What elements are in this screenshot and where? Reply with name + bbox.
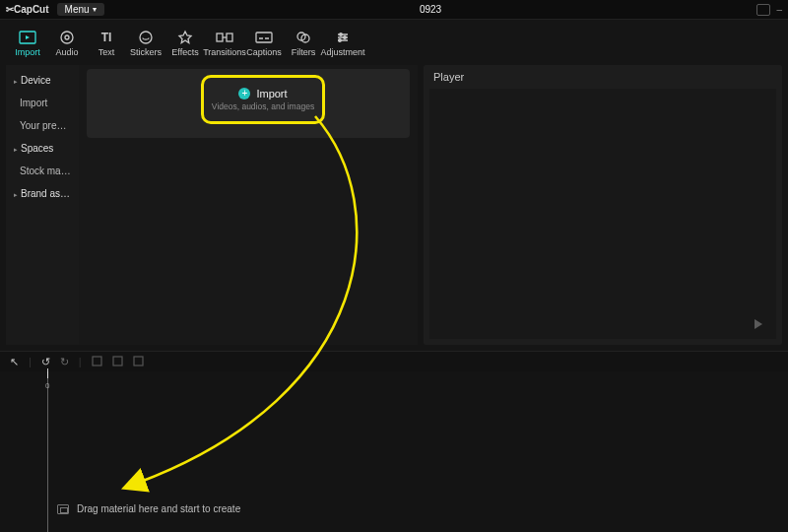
timeline-body[interactable]: 0 Drag material here and start to create: [0, 371, 788, 532]
sidebar-item-stock[interactable]: Stock mat…: [6, 160, 79, 182]
project-title: 0923: [420, 4, 441, 15]
sidebar-item-device[interactable]: Device: [6, 69, 79, 92]
svg-point-10: [344, 36, 347, 39]
sidebar-item-import[interactable]: Import: [6, 92, 79, 114]
sidebar-item-presets[interactable]: Your presets: [6, 114, 79, 137]
tab-stickers[interactable]: Stickers: [126, 24, 165, 63]
window-layout-button[interactable]: [756, 4, 770, 16]
media-icon: [57, 504, 69, 514]
play-icon[interactable]: [755, 319, 762, 329]
tab-import[interactable]: Import: [8, 24, 47, 63]
redo-button[interactable]: ↻: [60, 356, 69, 368]
svg-point-11: [339, 39, 342, 42]
cursor-tool-icon[interactable]: ↖: [10, 356, 19, 368]
player-panel: Player: [424, 65, 782, 345]
timeline-ruler[interactable]: 0: [47, 371, 788, 385]
delete-button[interactable]: [112, 356, 123, 368]
app-logo: ✂CapCut: [6, 4, 49, 15]
timeline-drop-hint: Drag material here and start to create: [57, 503, 240, 514]
crop-button[interactable]: [133, 356, 144, 368]
scissor-icon: ✂: [6, 4, 14, 15]
tab-transitions[interactable]: Transitions: [205, 24, 244, 63]
audio-icon: [58, 30, 76, 45]
tab-audio[interactable]: Audio: [47, 24, 87, 63]
chevron-down-icon: ▾: [93, 5, 97, 14]
media-sidebar: Device Import Your presets Spaces Stock …: [6, 65, 79, 345]
stickers-icon: [137, 30, 155, 45]
svg-rect-12: [93, 357, 101, 366]
tab-adjustment[interactable]: Adjustment: [323, 24, 362, 63]
timeline-toolbar: ↖ | ↺ ↻ |: [0, 352, 788, 371]
svg-point-3: [140, 32, 152, 43]
svg-rect-4: [217, 33, 223, 41]
split-button[interactable]: [92, 356, 102, 368]
media-panel: Device Import Your presets Spaces Stock …: [6, 65, 418, 345]
upper-pane: Import Audio TI Text Stickers: [0, 20, 788, 351]
menu-button[interactable]: Menu ▾: [57, 3, 104, 16]
filters-icon: [295, 30, 312, 45]
svg-rect-13: [113, 357, 122, 366]
svg-rect-5: [227, 33, 232, 41]
import-dropzone[interactable]: [87, 69, 410, 138]
svg-point-1: [61, 32, 73, 43]
tab-text[interactable]: TI Text: [87, 24, 126, 63]
import-icon: [19, 30, 36, 45]
tab-effects[interactable]: Effects: [165, 24, 205, 63]
effects-icon: [176, 30, 194, 45]
timeline-pane: ↖ | ↺ ↻ | 0 Drag material here and start…: [0, 351, 788, 532]
sidebar-item-brand[interactable]: Brand assets: [6, 182, 79, 205]
svg-point-9: [340, 33, 343, 36]
titlebar: ✂CapCut Menu ▾ 0923 –: [0, 0, 788, 20]
svg-rect-6: [256, 33, 272, 42]
svg-rect-14: [134, 357, 143, 366]
separator: |: [79, 356, 82, 367]
tab-filters[interactable]: Filters: [284, 24, 323, 63]
player-viewport[interactable]: [429, 89, 776, 339]
undo-button[interactable]: ↺: [41, 356, 50, 368]
separator: |: [29, 356, 32, 367]
playhead[interactable]: [47, 371, 48, 532]
window-minimize-button[interactable]: –: [776, 4, 782, 15]
sidebar-item-spaces[interactable]: Spaces: [6, 137, 79, 160]
captions-icon: [255, 30, 273, 45]
media-body: + Import Videos, audios, and images: [79, 65, 418, 345]
svg-point-2: [65, 35, 69, 39]
media-tabs: Import Audio TI Text Stickers: [0, 20, 788, 65]
app-root: ✂CapCut Menu ▾ 0923 – Import: [0, 0, 788, 532]
transitions-icon: [216, 30, 233, 45]
adjustment-icon: [334, 30, 352, 45]
tab-captions[interactable]: Captions: [244, 24, 284, 63]
text-icon: TI: [98, 30, 115, 45]
player-header: Player: [424, 65, 782, 89]
